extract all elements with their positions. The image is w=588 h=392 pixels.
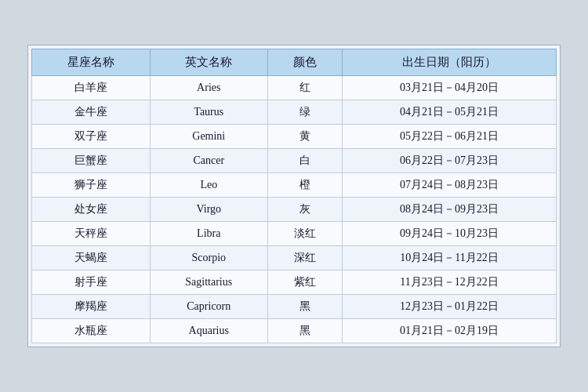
- cell-color: 白: [268, 149, 343, 173]
- cell-color: 紫红: [268, 270, 343, 295]
- cell-date-range: 03月21日－04月20日: [342, 76, 556, 100]
- cell-color: 黑: [268, 319, 343, 343]
- zodiac-table: 星座名称 英文名称 颜色 出生日期（阳历） 白羊座Aries红03月21日－04…: [31, 49, 557, 343]
- cell-chinese-name: 水瓶座: [32, 319, 151, 343]
- cell-english-name: Aries: [150, 76, 268, 100]
- table-row: 天秤座Libra淡红09月24日－10月23日: [32, 222, 557, 246]
- header-color: 颜色: [268, 49, 343, 76]
- cell-date-range: 09月24日－10月23日: [342, 222, 556, 246]
- cell-chinese-name: 处女座: [32, 198, 151, 222]
- cell-chinese-name: 狮子座: [32, 173, 151, 198]
- cell-english-name: Virgo: [150, 198, 268, 222]
- table-row: 巨蟹座Cancer白06月22日－07月23日: [32, 149, 557, 173]
- table-row: 处女座Virgo灰08月24日－09月23日: [32, 198, 557, 222]
- cell-date-range: 06月22日－07月23日: [342, 149, 556, 173]
- header-birth-date: 出生日期（阳历）: [342, 49, 556, 76]
- cell-date-range: 05月22日－06月21日: [342, 125, 556, 149]
- cell-chinese-name: 白羊座: [32, 76, 151, 100]
- table-row: 射手座Sagittarius紫红11月23日－12月22日: [32, 270, 557, 295]
- cell-english-name: Libra: [150, 222, 268, 246]
- cell-color: 灰: [268, 198, 343, 222]
- cell-chinese-name: 天秤座: [32, 222, 151, 246]
- cell-chinese-name: 摩羯座: [32, 295, 151, 319]
- table-row: 天蝎座Scorpio深红10月24日－11月22日: [32, 246, 557, 270]
- header-chinese-name: 星座名称: [32, 49, 151, 76]
- cell-date-range: 07月24日－08月23日: [342, 173, 556, 198]
- cell-english-name: Scorpio: [150, 246, 268, 270]
- cell-english-name: Cancer: [150, 149, 268, 173]
- cell-chinese-name: 双子座: [32, 125, 151, 149]
- zodiac-table-container: 星座名称 英文名称 颜色 出生日期（阳历） 白羊座Aries红03月21日－04…: [27, 45, 561, 347]
- cell-chinese-name: 金牛座: [32, 100, 151, 125]
- header-english-name: 英文名称: [150, 49, 268, 76]
- table-body: 白羊座Aries红03月21日－04月20日金牛座Taurus绿04月21日－0…: [32, 76, 557, 343]
- cell-chinese-name: 巨蟹座: [32, 149, 151, 173]
- table-row: 白羊座Aries红03月21日－04月20日: [32, 76, 557, 100]
- cell-chinese-name: 天蝎座: [32, 246, 151, 270]
- table-row: 水瓶座Aquarius黑01月21日－02月19日: [32, 319, 557, 343]
- table-row: 狮子座Leo橙07月24日－08月23日: [32, 173, 557, 198]
- cell-date-range: 08月24日－09月23日: [342, 198, 556, 222]
- table-row: 双子座Gemini黄05月22日－06月21日: [32, 125, 557, 149]
- cell-date-range: 11月23日－12月22日: [342, 270, 556, 295]
- cell-color: 红: [268, 76, 343, 100]
- cell-english-name: Aquarius: [150, 319, 268, 343]
- cell-color: 深红: [268, 246, 343, 270]
- cell-english-name: Taurus: [150, 100, 268, 125]
- cell-english-name: Leo: [150, 173, 268, 198]
- table-header-row: 星座名称 英文名称 颜色 出生日期（阳历）: [32, 49, 557, 76]
- cell-english-name: Capricorn: [150, 295, 268, 319]
- table-row: 摩羯座Capricorn黑12月23日－01月22日: [32, 295, 557, 319]
- cell-english-name: Sagittarius: [150, 270, 268, 295]
- table-row: 金牛座Taurus绿04月21日－05月21日: [32, 100, 557, 125]
- cell-color: 绿: [268, 100, 343, 125]
- cell-date-range: 01月21日－02月19日: [342, 319, 556, 343]
- cell-english-name: Gemini: [150, 125, 268, 149]
- cell-color: 橙: [268, 173, 343, 198]
- cell-chinese-name: 射手座: [32, 270, 151, 295]
- cell-color: 黑: [268, 295, 343, 319]
- cell-date-range: 12月23日－01月22日: [342, 295, 556, 319]
- cell-color: 淡红: [268, 222, 343, 246]
- cell-date-range: 10月24日－11月22日: [342, 246, 556, 270]
- cell-color: 黄: [268, 125, 343, 149]
- cell-date-range: 04月21日－05月21日: [342, 100, 556, 125]
